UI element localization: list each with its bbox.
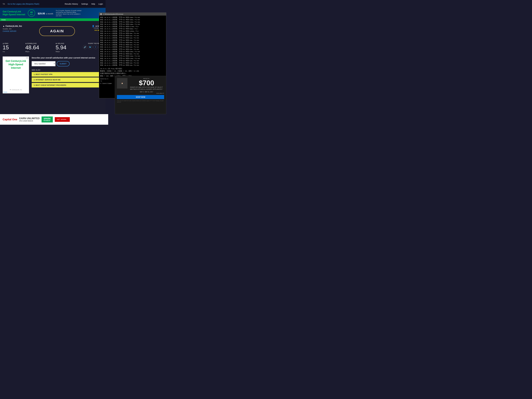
server-icon: ▲: [3, 25, 5, 27]
cmd-line-10: 来自 10.0.0.1 的回复: 字节=32 时间=1ms TTL=64: [100, 37, 165, 39]
nav-right: Results History Settings Help Login: [65, 3, 103, 5]
spark-sub: BUSINESS: [44, 120, 51, 121]
cmd-line-11: 来自 10.0.0.1 的回复: 字节=32 时间=1ms TTL=64: [100, 39, 165, 41]
help-link[interactable]: Help: [91, 3, 95, 5]
cmd-line-5: 来自 10.0.0.1 的回复: 字节=32 时间=174ms TTL=: [100, 25, 165, 28]
cmd-stats-title: 10.0.0.1 的 Ping 统计信息:: [100, 68, 165, 70]
cmd-line-15: 来自 10.0.0.1 的回复: 字节=32 时间=1ms TTL=64: [100, 48, 165, 51]
hd-fine-print: *See store for rebate form with complete…: [117, 100, 164, 103]
download-stat: ⊕ DOWNLOAD 48.64 Mbps: [25, 43, 39, 52]
share-facebook-icon[interactable]: f: [93, 45, 98, 49]
details-bar[interactable]: Details: [0, 19, 106, 21]
change-server-link[interactable]: CHANGE SERVER: [3, 30, 22, 32]
download-value: 48.64: [25, 44, 39, 51]
survey-question: Describe your overall satisfaction with …: [32, 57, 103, 59]
ad-price: $29.95 a month: [38, 11, 53, 15]
ad-speed-circle: 40 Mbps: [28, 10, 35, 17]
cmd-line-3: 来自 10.0.0.1 的回复: 字节=32 时间=15ms TTL=64: [100, 21, 165, 23]
settings-link[interactable]: Settings: [81, 3, 88, 5]
cmd-icon: C: [100, 13, 102, 15]
cmd-line-19: 来自 10.0.0.1 的回复: 字节=32 时间=14ms TTL=64: [100, 57, 165, 60]
ad-price-block: $29.95 a month: [38, 11, 53, 15]
legacy-site-link[interactable]: Go to the Legacy site (Requires Flash): [8, 3, 39, 5]
see-also-link-3[interactable]: 3. BEST CHEAP INTERNET PROVIDERS: [32, 83, 103, 88]
homedepot-content: MONTH $700 REBATE BY MAIL WITH PURCHASE …: [129, 78, 164, 94]
submit-button[interactable]: SUBMIT: [57, 61, 70, 66]
ping-label: ◎ PING: [3, 43, 9, 44]
ad-disclaimer: For 12 months. Requires 12-month contrac…: [56, 10, 82, 17]
ping-value: 15: [3, 44, 9, 51]
survey-section: Describe your overall satisfaction with …: [32, 57, 103, 88]
upload-unit: Mbps: [56, 51, 66, 52]
cmd-line-4: 来自 10.0.0.1 的回复: 字节=32 时间=18ms TTL=64: [100, 23, 165, 25]
centurylink-ad-box: Ad Get CenturyLink High-Speed Internet ✦…: [3, 57, 29, 93]
cmd-line-6: 来自 10.0.0.1 的回复: 字节=32 时间=89ms TTL=: [100, 28, 165, 30]
get-spark-button[interactable]: GET SPARK...: [55, 117, 70, 122]
hd-available: AVAILABLE AT: [129, 93, 164, 94]
cmd-line-9: 来自 10.0.0.1 的回复: 字节=32 时间=2ms TTL=64: [100, 35, 165, 37]
cmd-stats-round: 往返行程的估计时间(以毫秒为单位):: [100, 72, 165, 75]
share-twitter-icon[interactable]: 🐦: [88, 45, 92, 49]
hd-shop-button[interactable]: SHOP NOW: [117, 95, 164, 99]
cmd-line-17: 来自 10.0.0.1 的回复: 字节=32 时间=8ms TTL=64: [100, 53, 165, 55]
server-info: ▲ CenturyLink, Inc Seattle, WA CHANGE SE…: [3, 25, 22, 32]
cmd-line-12: 来自 10.0.0.1 的回复: 字节=32 时间=8ms TTL=64: [100, 41, 165, 44]
cmd-line-1: 来自 10.0.0.1 的回复: 字节=32 时间=28ms TTL=64: [100, 16, 165, 19]
stats-row: ◎ PING 15 ms ⊕ DOWNLOAD 48.64 Mbps ⊕ UPL…: [3, 41, 103, 54]
upload-icon: ⊕: [56, 43, 57, 44]
share-link-icon[interactable]: 🔗: [83, 45, 87, 49]
bottom-section: Ad Get CenturyLink High-Speed Internet ✦…: [3, 57, 103, 93]
download-icon: ⊕: [25, 43, 27, 44]
bottom-ad-subtext: 0% CASH BACK: [19, 120, 40, 122]
download-unit: Mbps: [25, 51, 39, 52]
top-navigation: TA Go to the Legacy site (Requires Flash…: [0, 0, 106, 8]
see-also-links: 1. BEST FASTEST VPN 2. INTERNET SERVICE …: [32, 72, 103, 88]
homedepot-product-image: 🏠: [117, 78, 127, 89]
bottom-ad-logo: Capital One: [3, 118, 17, 121]
cmd-line-22: 来自 10.0.0.1 的回复: 字节=32 时间=1ms TTL=64: [100, 64, 165, 66]
cmd-line-13: 来自 10.0.0.1 的回复: 字节=32 时间=2ms TTL=64: [100, 44, 165, 46]
ad-box-text: Get CenturyLink High-Speed Internet: [5, 59, 27, 70]
cmd-line-16: 来自 10.0.0.1 的回复: 字节=32 时间=28ms TTL=64: [100, 51, 165, 53]
spark-label: SPARK: [44, 118, 51, 120]
download-label: ⊕ DOWNLOAD: [25, 43, 39, 44]
ping-unit: ms: [3, 51, 9, 52]
login-link[interactable]: Login: [98, 3, 103, 5]
see-also-label: SEE ALSO: [32, 69, 103, 71]
cmd-line-7: 来自 10.0.0.1 的回复: 字节=32 时间=185ms TTL=: [100, 30, 165, 32]
logo: TA: [3, 3, 5, 5]
upload-label: ⊕ UPLOAD: [56, 43, 66, 44]
upload-value: 5.94: [56, 44, 66, 51]
cmd-line-2: 来自 10.0.0.1 的回复: 字节=32 时间=38ms TTL=64: [100, 19, 165, 21]
ad-banner: Get CenturyLink High-Speed Internet 40 M…: [0, 8, 106, 19]
bottom-ad-text-block: EARN UNLIMITED 0% CASH BACK: [19, 117, 40, 122]
again-button[interactable]: AGAIN: [39, 26, 75, 36]
server-isp-row: ▲ CenturyLink, Inc Seattle, WA CHANGE SE…: [3, 24, 103, 39]
ping-icon: ◎: [3, 43, 4, 44]
results-history-link[interactable]: Results History: [65, 3, 78, 5]
speedtest-content: ▲ CenturyLink, Inc Seattle, WA CHANGE SE…: [0, 21, 106, 96]
ping-stat: ◎ PING 15 ms: [3, 43, 9, 52]
isp-icon: 👤: [92, 25, 95, 27]
see-also-link-1[interactable]: 1. BEST FASTEST VPN: [32, 72, 103, 77]
cmd-line-8: 来自 10.0.0.1 的回复: 字节=32 时间=3ms TTL=64: [100, 32, 165, 35]
hd-date: MAY 3 - MAY 31, 2017: [129, 91, 164, 93]
nav-left: TA Go to the Legacy site (Requires Flash…: [3, 3, 39, 5]
ad-details-link[interactable]: Details: [3, 91, 7, 93]
server-location: Seattle, WA: [3, 28, 22, 30]
see-also-section: SEE ALSO 1. BEST FASTEST VPN 2. INTERNET…: [32, 69, 103, 88]
cmd-line-18: 来自 10.0.0.1 的回复: 字节=32 时间=15ms TTL=64: [100, 55, 165, 57]
see-also-link-2[interactable]: 2. INTERNET SERVICE NEAR ME: [32, 77, 103, 82]
cmd-title: C:\Windows\system32\cmd.exe: [103, 13, 123, 15]
speedtest-panel: TA Go to the Legacy site (Requires Flash…: [0, 0, 106, 125]
spark-badge: SPARK BUSINESS: [42, 116, 53, 122]
cmd-line-21: 来自 10.0.0.1 的回复: 字节=32 时间=1ms TTL=64: [100, 62, 165, 64]
centurylink-logo: ✦CenturyLink, Inc: [10, 89, 22, 91]
survey-select[interactable]: Very Satisfied: [32, 61, 55, 66]
ad-text: Get CenturyLink High-Speed Internet: [3, 10, 25, 16]
again-btn-area: AGAIN: [22, 25, 92, 37]
cmd-stats-sent: 数据包: 已发送 = 34，已接收 = 34，丢失 = 0 (0%: [100, 70, 165, 72]
upload-stat: ⊕ UPLOAD 5.94 Mbps: [56, 43, 66, 52]
hd-rebate-text: REBATE BY MAIL WITH PURCHASE OF SELECT M…: [129, 86, 164, 90]
bottom-ad-text: EARN UNLIMITED: [19, 117, 40, 120]
